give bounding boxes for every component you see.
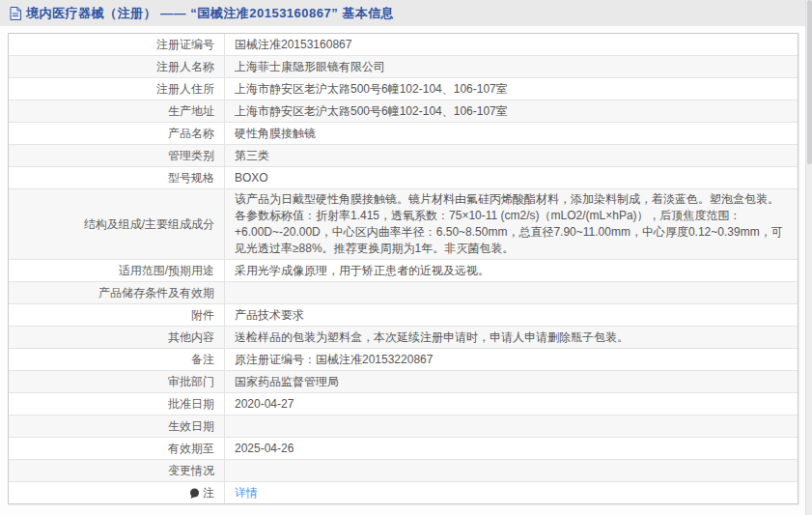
table-row: 生产地址上海市静安区老沪太路500号6幢102-104、106-107室 (9, 100, 798, 123)
row-label: 批准日期 (9, 393, 225, 415)
row-value (225, 460, 798, 481)
row-value: 详情 (225, 482, 798, 503)
table-row: 附件产品技术要求 (9, 304, 798, 327)
row-label: 有效期至 (9, 438, 225, 459)
table-row: 其他内容送检样品的包装为塑料盒，本次延续注册申请时，申请人申请删除瓶子包装。 (9, 327, 798, 349)
row-label: 备注 (9, 349, 225, 370)
row-label: 变更情况 (9, 460, 225, 481)
table-row: 审批部门国家药品监督管理局 (9, 371, 798, 393)
scrollbar-thumb[interactable] (807, 0, 812, 164)
row-value: 采用光学成像原理，用于矫正患者的近视及远视。 (225, 260, 798, 281)
table-row: 有效期至2025-04-26 (9, 438, 798, 460)
row-value: 2025-04-26 (225, 438, 798, 459)
table-row: 产品储存条件及有效期 (9, 282, 798, 304)
row-label: 其他内容 (9, 327, 225, 348)
table-row: 结构及组成/主要组成成分该产品为日戴型硬性角膜接触镜。镜片材料由氟硅丙烯酸酯材料… (9, 189, 798, 260)
row-label: 审批部门 (9, 371, 225, 392)
row-value: 2020-04-27 (225, 393, 798, 415)
table-row: 注册人住所上海市静安区老沪太路500号6幢102-104、106-107室 (9, 78, 798, 100)
row-value: 原注册证编号：国械注准20153220867 (225, 349, 798, 370)
row-value: 上海市静安区老沪太路500号6幢102-104、106-107室 (225, 78, 798, 100)
row-value: 产品技术要求 (225, 304, 798, 326)
row-value: 国械注准20153160867 (225, 34, 798, 55)
table-row: 注册人名称上海菲士康隐形眼镜有限公司 (9, 56, 798, 78)
detail-link[interactable]: 详情 (235, 485, 258, 501)
row-label: 生效日期 (9, 415, 225, 437)
row-label: 注册人名称 (9, 56, 225, 77)
row-label: 注册证编号 (9, 34, 225, 55)
document-icon (10, 7, 21, 20)
row-label: 产品储存条件及有效期 (9, 282, 225, 303)
page: 境内医疗器械（注册） —— “国械注准20153160867” 基本信息 注册证… (0, 0, 812, 515)
row-label: 附件 (9, 304, 225, 326)
table-row: 注册证编号国械注准20153160867 (9, 34, 798, 56)
page-title: 境内医疗器械（注册） —— “国械注准20153160867” 基本信息 (26, 5, 394, 22)
row-value (225, 415, 798, 437)
row-value: 送检样品的包装为塑料盒，本次延续注册申请时，申请人申请删除瓶子包装。 (225, 327, 798, 348)
row-value: 上海市静安区老沪太路500号6幢102-104、106-107室 (225, 100, 798, 122)
row-value: 第三类 (225, 145, 798, 166)
table-row: 变更情况 (9, 460, 798, 482)
row-label: 生产地址 (9, 100, 225, 122)
row-value: BOXO (225, 167, 798, 188)
row-value: 上海菲士康隐形眼镜有限公司 (225, 56, 798, 77)
table-row: 管理类别第三类 (9, 145, 798, 167)
table-row: 适用范围/预期用途采用光学成像原理，用于矫正患者的近视及远视。 (9, 260, 798, 282)
row-label: 结构及组成/主要组成成分 (9, 189, 225, 259)
table-row: 产品名称硬性角膜接触镜 (9, 123, 798, 145)
table-row: 批准日期2020-04-27 (9, 393, 798, 415)
row-label: 适用范围/预期用途 (9, 260, 225, 281)
table-row: 备注原注册证编号：国械注准20153220867 (9, 349, 798, 371)
row-label: 管理类别 (9, 145, 225, 166)
page-header: 境内医疗器械（注册） —— “国械注准20153160867” 基本信息 (0, 0, 812, 26)
info-table: 注册证编号国械注准20153160867注册人名称上海菲士康隐形眼镜有限公司注册… (8, 33, 798, 504)
row-label: 产品名称 (9, 123, 225, 144)
row-value: 国家药品监督管理局 (225, 371, 798, 392)
row-label: 注册人住所 (9, 78, 225, 100)
table-row: 注详情 (9, 482, 798, 503)
row-value (225, 282, 798, 303)
row-label: 注 (9, 482, 225, 503)
note-icon (189, 488, 200, 500)
table-row: 生效日期 (9, 415, 798, 438)
row-label: 型号规格 (9, 167, 225, 188)
row-value: 该产品为日戴型硬性角膜接触镜。镜片材料由氟硅丙烯酸酯材料，添加染料制成，着淡蓝色… (225, 189, 798, 259)
scrollbar[interactable] (805, 0, 812, 515)
row-value: 硬性角膜接触镜 (225, 123, 798, 144)
table-row: 型号规格BOXO (9, 167, 798, 189)
